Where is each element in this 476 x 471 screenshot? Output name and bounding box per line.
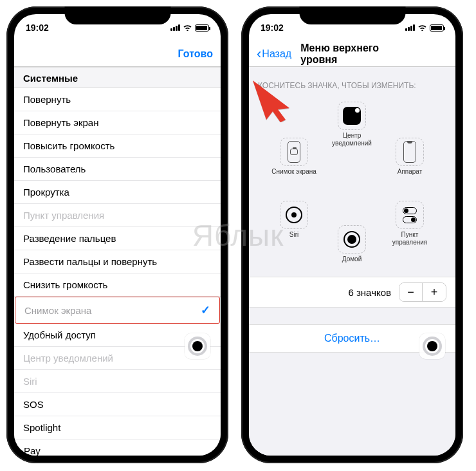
row-siri: Siri (14, 370, 221, 393)
icon-count-stepper: − + (399, 282, 446, 302)
navbar-left: Готово (14, 41, 221, 67)
row-screenshot[interactable]: Снимок экрана ✓ (15, 297, 220, 324)
back-button[interactable]: ‹ Назад (257, 47, 291, 61)
row-label: SOS (23, 399, 44, 410)
row-label: Пункт управления (23, 210, 104, 221)
row-scroll[interactable]: Прокрутка (14, 181, 221, 204)
row-sos[interactable]: SOS (14, 393, 221, 416)
notification-center-icon (343, 107, 361, 125)
notch (299, 6, 405, 24)
icon-device[interactable]: Аппарат (385, 138, 434, 176)
row-label: Развести пальцы и повернуть (23, 256, 157, 267)
icon-label: Пункт управления (385, 231, 434, 246)
stepper-minus-button[interactable]: − (399, 283, 423, 301)
icon-label: Домой (327, 255, 376, 263)
icon-home[interactable]: Домой (327, 225, 376, 263)
row-control-center: Пункт управления (14, 204, 221, 227)
wifi-icon (417, 23, 427, 33)
row-label: Siri (23, 376, 37, 387)
row-pinch-rotate[interactable]: Развести пальцы и повернуть (14, 250, 221, 273)
row-label: Повернуть (23, 94, 71, 105)
checkmark-icon: ✓ (201, 303, 210, 317)
top-menu-content: КОСНИТЕСЬ ЗНАЧКА, ЧТОБЫ ИЗМЕНИТЬ: Центр … (249, 67, 455, 456)
device-icon (403, 141, 416, 163)
icon-label: Аппарат (385, 168, 434, 176)
signal-icon (170, 24, 180, 31)
navbar-right: ‹ Назад Меню верхнего уровня (249, 41, 455, 67)
row-label: Разведение пальцев (23, 233, 116, 244)
row-label: Центр уведомлений (23, 353, 113, 364)
wifi-icon (183, 23, 192, 33)
icon-label: Центр уведомлений (327, 132, 376, 147)
row-label: Повысить громкость (23, 140, 114, 151)
row-volume-down[interactable]: Снизить громкость (14, 273, 221, 297)
row-label: Снимок экрана (24, 305, 91, 316)
assistive-touch-button[interactable] (185, 333, 210, 359)
screen-left: 19:02 Готово Системные Повернуть Поверну… (14, 14, 221, 456)
icon-notification-center[interactable]: Центр уведомлений (327, 102, 376, 147)
phone-right: 19:02 ‹ Назад Меню верхнего уровня КОСНИ… (241, 6, 463, 463)
reset-label: Сбросить… (324, 333, 380, 344)
status-time: 19:02 (26, 23, 49, 33)
icon-label: Снимок экрана (270, 168, 318, 176)
screenshot-icon (288, 141, 300, 163)
row-label: Pay (23, 445, 41, 456)
row-label: Spotlight (23, 422, 60, 433)
radial-icons: Центр уведомлений Снимок экрана Аппарат … (249, 97, 455, 277)
row-rotate[interactable]: Повернуть (14, 88, 221, 111)
row-label: Снизить громкость (23, 279, 107, 290)
screen-right: 19:02 ‹ Назад Меню верхнего уровня КОСНИ… (249, 14, 455, 456)
row-label: Пользователь (23, 163, 86, 174)
stepper-plus-button[interactable]: + (423, 283, 446, 301)
row-spotlight[interactable]: Spotlight (14, 416, 221, 439)
row-user[interactable]: Пользователь (14, 158, 221, 181)
row-label: Удобный доступ (23, 329, 96, 340)
chevron-left-icon: ‹ (257, 47, 261, 61)
assistive-touch-button[interactable] (419, 333, 445, 359)
done-button[interactable]: Готово (178, 48, 213, 60)
status-right (405, 23, 444, 33)
section-system: Системные (14, 67, 221, 88)
row-rotate-screen[interactable]: Повернуть экран (14, 111, 221, 134)
row-volume-up[interactable]: Повысить громкость (14, 134, 221, 158)
siri-icon (286, 207, 302, 223)
prompt-label: КОСНИТЕСЬ ЗНАЧКА, ЧТОБЫ ИЗМЕНИТЬ: (249, 67, 455, 97)
icon-label: Siri (270, 231, 318, 239)
status-right (170, 23, 209, 33)
row-label: Повернуть экран (23, 117, 98, 128)
settings-list[interactable]: Системные Повернуть Повернуть экран Повы… (14, 67, 221, 456)
row-apple-pay[interactable]: Pay (14, 439, 221, 456)
back-label: Назад (262, 48, 291, 60)
icon-control-center[interactable]: Пункт управления (385, 201, 434, 246)
row-label: Прокрутка (23, 187, 69, 198)
battery-icon (195, 24, 209, 32)
icon-screenshot[interactable]: Снимок экрана (270, 138, 318, 176)
icon-count-label: 6 значков (348, 287, 391, 298)
row-pinch[interactable]: Разведение пальцев (14, 227, 221, 250)
icon-siri[interactable]: Siri (270, 201, 318, 239)
phone-left: 19:02 Готово Системные Повернуть Поверну… (6, 6, 228, 463)
page-title: Меню верхнего уровня (300, 42, 404, 66)
icon-count-row: 6 значков − + (249, 277, 455, 308)
battery-icon (430, 24, 444, 32)
notch (64, 6, 170, 24)
control-center-icon (403, 207, 417, 223)
status-time: 19:02 (261, 23, 284, 33)
home-icon (343, 231, 360, 248)
signal-icon (405, 24, 415, 31)
